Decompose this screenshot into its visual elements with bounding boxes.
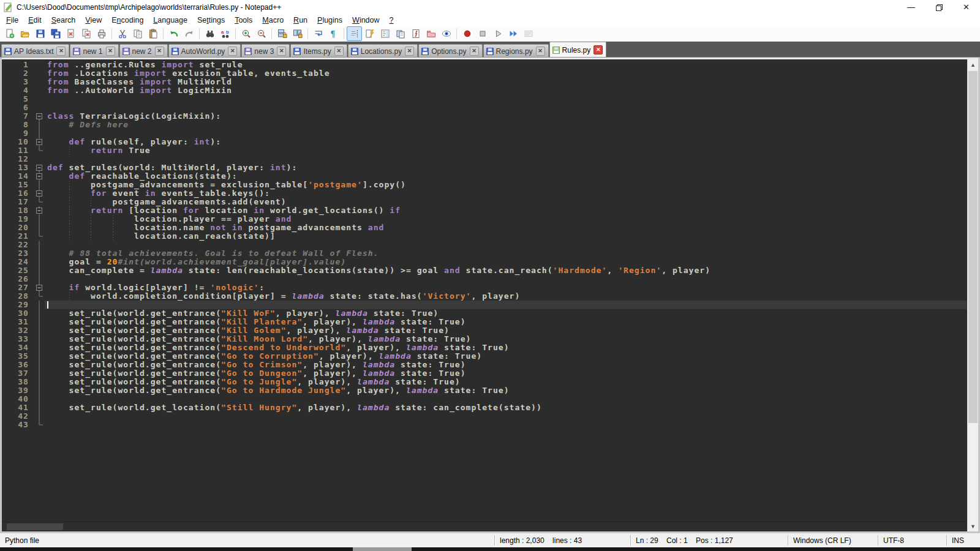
bookmark-margin[interactable] (2, 138, 8, 146)
print-icon[interactable] (94, 26, 109, 41)
tab-close-icon[interactable]: ✕ (536, 47, 545, 56)
save-all-icon[interactable] (48, 26, 63, 41)
menu-item-?[interactable]: ? (385, 15, 399, 26)
tab-close-icon[interactable]: ✕ (106, 47, 115, 56)
tab-options-py[interactable]: Options.py✕ (418, 44, 482, 58)
bookmark-margin[interactable] (2, 155, 8, 163)
menu-item-plugins[interactable]: Plugins (312, 15, 347, 26)
tab-ap-ideas-txt[interactable]: AP Ideas.txt✕ (1, 44, 69, 58)
fold-collapse-icon[interactable] (34, 189, 45, 198)
bookmark-margin[interactable] (2, 181, 8, 189)
bookmark-margin[interactable] (2, 421, 8, 429)
replace-icon[interactable]: ab (217, 26, 233, 41)
bookmark-margin[interactable] (2, 215, 8, 223)
find-icon[interactable] (202, 26, 217, 41)
tab-close-icon[interactable]: ✕ (405, 47, 414, 56)
close-all-icon[interactable] (78, 26, 94, 41)
bookmark-margin[interactable] (2, 69, 8, 78)
restore-button[interactable] (925, 0, 952, 14)
doc-map-icon[interactable] (377, 26, 393, 41)
paste-icon[interactable] (145, 26, 160, 41)
code-editor[interactable]: 1from ..generic.Rules import set_rule2fr… (2, 59, 967, 531)
bookmark-margin[interactable] (2, 198, 8, 206)
vertical-scrollbar[interactable]: ▲ ▼ (967, 59, 978, 531)
vertical-scrollbar-thumb[interactable] (968, 71, 978, 423)
fold-collapse-icon[interactable] (34, 112, 45, 121)
menu-item-window[interactable]: Window (347, 15, 384, 26)
status-encoding[interactable]: UTF-8 (878, 535, 946, 545)
tab-close-icon[interactable]: ✕ (470, 47, 479, 56)
bookmark-margin[interactable] (2, 318, 8, 326)
redo-icon[interactable] (181, 26, 197, 41)
fold-collapse-icon[interactable] (34, 138, 45, 146)
tab-new-1[interactable]: new 1✕ (70, 44, 118, 58)
tab-autoworld-py[interactable]: AutoWorld.py✕ (168, 44, 241, 58)
save-icon[interactable] (32, 26, 48, 41)
tab-close-icon[interactable]: ✕ (228, 47, 237, 56)
open-icon[interactable] (17, 26, 32, 41)
bookmark-margin[interactable] (2, 78, 8, 86)
scroll-up-arrow[interactable]: ▲ (968, 59, 978, 70)
bookmark-margin[interactable] (2, 412, 8, 421)
zoom-in-icon[interactable] (238, 26, 254, 41)
copy-icon[interactable] (130, 26, 145, 41)
menu-item-run[interactable]: Run (288, 15, 312, 26)
bookmark-margin[interactable] (2, 206, 8, 215)
macro-run-all-icon[interactable] (505, 26, 521, 41)
bookmark-margin[interactable] (2, 95, 8, 103)
bookmark-margin[interactable] (2, 386, 8, 395)
show-all-chars-icon[interactable]: ¶ (326, 26, 341, 41)
macro-play-icon[interactable] (490, 26, 505, 41)
bookmark-margin[interactable] (2, 172, 8, 181)
menu-item-view[interactable]: View (80, 15, 107, 26)
bookmark-margin[interactable] (2, 283, 8, 292)
menu-item-macro[interactable]: Macro (257, 15, 288, 26)
menu-item-edit[interactable]: Edit (23, 15, 47, 26)
fold-collapse-icon[interactable] (34, 206, 45, 215)
bookmark-margin[interactable] (2, 275, 8, 283)
fold-collapse-icon[interactable] (34, 283, 45, 292)
bookmark-margin[interactable] (2, 369, 8, 378)
bookmark-margin[interactable] (2, 223, 8, 232)
tab-new-2[interactable]: new 2✕ (119, 44, 168, 58)
macro-stop-icon[interactable] (475, 26, 490, 41)
bookmark-margin[interactable] (2, 232, 8, 241)
tab-items-py[interactable]: Items.py✕ (290, 44, 347, 58)
minimize-button[interactable]: — (897, 0, 925, 14)
doc-list-icon[interactable] (393, 26, 408, 41)
new-file-icon[interactable] (2, 26, 17, 41)
menu-item-tools[interactable]: Tools (230, 15, 257, 26)
fold-collapse-icon[interactable] (34, 172, 45, 181)
bookmark-margin[interactable] (2, 403, 8, 412)
tab-close-icon[interactable]: ✕ (594, 45, 603, 54)
horizontal-scrollbar[interactable] (2, 522, 967, 531)
tab-close-icon[interactable]: ✕ (155, 47, 164, 56)
cut-icon[interactable] (115, 26, 130, 41)
bookmark-margin[interactable] (2, 86, 8, 95)
word-wrap-icon[interactable] (311, 26, 326, 41)
fold-collapse-icon[interactable] (34, 163, 45, 172)
bookmark-margin[interactable] (2, 241, 8, 249)
tab-locations-py[interactable]: Locations.py✕ (348, 44, 418, 58)
bookmark-margin[interactable] (2, 121, 8, 129)
menu-item-language[interactable]: Language (148, 15, 192, 26)
bookmark-margin[interactable] (2, 61, 8, 69)
bookmark-margin[interactable] (2, 103, 8, 112)
macro-record-icon[interactable] (459, 26, 475, 41)
tab-close-icon[interactable]: ✕ (56, 47, 66, 56)
close-button[interactable]: ✕ (952, 0, 980, 14)
bookmark-margin[interactable] (2, 292, 8, 301)
bookmark-margin[interactable] (2, 335, 8, 343)
horizontal-scrollbar-thumb[interactable] (7, 523, 63, 530)
menu-item-file[interactable]: File (1, 15, 23, 26)
undo-icon[interactable] (166, 26, 181, 41)
tab-regions-py[interactable]: Regions.py✕ (483, 44, 549, 58)
bookmark-margin[interactable] (2, 309, 8, 318)
bookmark-margin[interactable] (2, 343, 8, 352)
bookmark-margin[interactable] (2, 249, 8, 258)
bookmark-margin[interactable] (2, 395, 8, 403)
bookmark-margin[interactable] (2, 352, 8, 361)
zoom-out-icon[interactable] (254, 26, 269, 41)
indent-guide-icon[interactable] (347, 26, 362, 41)
func-panel-icon[interactable] (408, 26, 423, 41)
